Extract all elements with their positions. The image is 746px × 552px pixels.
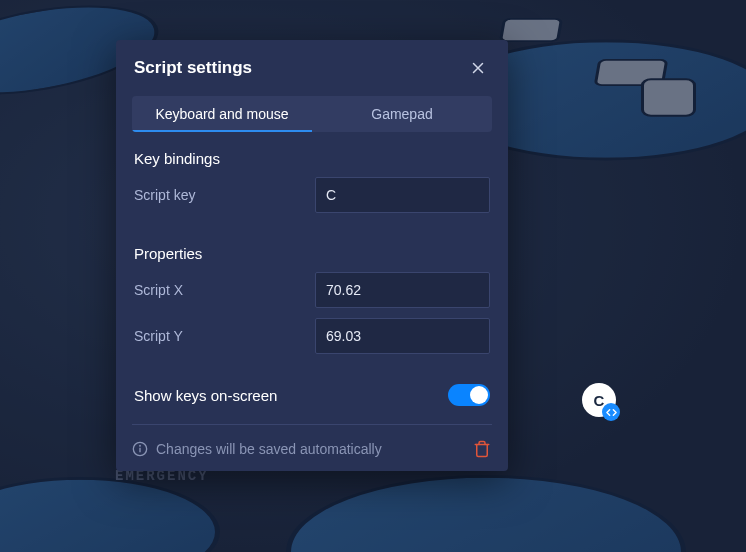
footer-text: Changes will be saved automatically bbox=[156, 441, 382, 457]
section-title: Properties bbox=[134, 245, 490, 262]
delete-button[interactable] bbox=[472, 439, 492, 459]
show-keys-row: Show keys on-screen bbox=[116, 368, 508, 416]
script-key-row: Script key bbox=[134, 177, 490, 213]
script-x-input[interactable] bbox=[315, 272, 490, 308]
script-y-input[interactable] bbox=[315, 318, 490, 354]
script-key-input[interactable] bbox=[315, 177, 490, 213]
section-title: Key bindings bbox=[134, 150, 490, 167]
dialog-footer: Changes will be saved automatically bbox=[132, 424, 492, 459]
keybindings-section: Key bindings Script key bbox=[116, 132, 508, 227]
tab-keyboard-mouse[interactable]: Keyboard and mouse bbox=[132, 96, 312, 132]
script-key-label: Script key bbox=[134, 187, 315, 203]
script-y-label: Script Y bbox=[134, 328, 315, 344]
svg-point-2 bbox=[140, 445, 141, 446]
tab-label: Gamepad bbox=[371, 106, 432, 122]
info-icon bbox=[132, 441, 148, 457]
trash-icon bbox=[473, 440, 491, 458]
onscreen-key-badge[interactable]: C bbox=[582, 383, 616, 417]
toggle-knob bbox=[470, 386, 488, 404]
script-x-label: Script X bbox=[134, 282, 315, 298]
script-x-row: Script X bbox=[134, 272, 490, 308]
close-icon bbox=[469, 59, 487, 77]
script-y-row: Script Y bbox=[134, 318, 490, 354]
script-settings-dialog: Script settings Keyboard and mouse Gamep… bbox=[116, 40, 508, 471]
show-keys-toggle[interactable] bbox=[448, 384, 490, 406]
tab-label: Keyboard and mouse bbox=[155, 106, 288, 122]
tabs: Keyboard and mouse Gamepad bbox=[132, 96, 492, 132]
dialog-header: Script settings bbox=[116, 40, 508, 90]
tab-gamepad[interactable]: Gamepad bbox=[312, 96, 492, 132]
dialog-title: Script settings bbox=[134, 58, 252, 78]
show-keys-label: Show keys on-screen bbox=[134, 387, 277, 404]
close-button[interactable] bbox=[466, 56, 490, 80]
footer-info: Changes will be saved automatically bbox=[132, 441, 382, 457]
script-indicator-icon bbox=[602, 403, 620, 421]
properties-section: Properties Script X Script Y bbox=[116, 227, 508, 368]
